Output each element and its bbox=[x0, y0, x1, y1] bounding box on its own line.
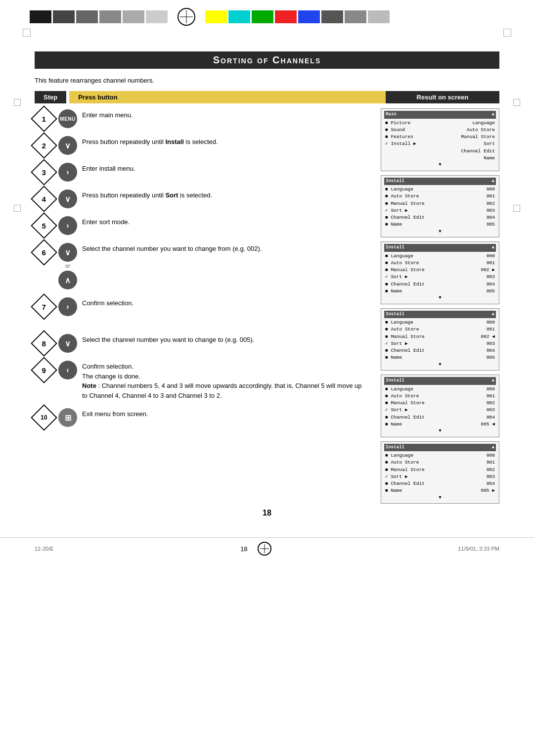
step-num-1: 1 bbox=[31, 105, 57, 132]
intro-text: This feature rearranges channel numbers. bbox=[35, 77, 499, 84]
down-button-4[interactable]: ∨ bbox=[58, 189, 77, 208]
tv-button-10[interactable]: ⊞ bbox=[58, 408, 77, 427]
right-button-7[interactable]: › bbox=[58, 297, 77, 316]
right-button-5[interactable]: › bbox=[58, 216, 77, 235]
step-5: 5 › Enter sort mode. bbox=[35, 215, 366, 235]
step-num-4: 4 bbox=[31, 186, 57, 212]
step-num-7: 7 bbox=[31, 293, 57, 320]
page-title: Sorting of Channels bbox=[35, 51, 499, 69]
screen-1: Main▲ ■ PictureLanguage ■ SoundAuto Stor… bbox=[381, 108, 499, 171]
step-7-text: Confirm selection. bbox=[82, 296, 366, 308]
up-button-6[interactable]: ∧ bbox=[58, 271, 77, 289]
step-8: 8 ∨ Select the channel number you want t… bbox=[35, 333, 366, 353]
step-2-text: Press button repeatedly until Install is… bbox=[82, 135, 366, 147]
step-1-text: Enter main menu. bbox=[82, 108, 366, 120]
step-4-text: Press button repeatedly until Sort is se… bbox=[82, 189, 366, 200]
margin-mark-top-left bbox=[14, 99, 21, 106]
step-10-text: Exit menu from screen. bbox=[82, 407, 366, 419]
margin-mark-top-right bbox=[513, 99, 520, 106]
header-press: Press button bbox=[69, 91, 386, 103]
header-result: Result on screen bbox=[386, 91, 499, 103]
screen-2: Install▲ ■ Language000 ■ Auto Store001 ■… bbox=[381, 175, 499, 238]
reg-mark-right bbox=[503, 29, 511, 37]
color-bar-left bbox=[30, 10, 168, 23]
step-num-3: 3 bbox=[31, 159, 57, 186]
step-2: 2 ∨ Press button repeatedly until Instal… bbox=[35, 135, 366, 155]
down-button-8[interactable]: ∨ bbox=[58, 334, 77, 353]
step-3-text: Enter install menu. bbox=[82, 162, 366, 174]
step-num-5: 5 bbox=[31, 212, 57, 239]
header-step: Step bbox=[35, 91, 66, 103]
step-6-text: Select the channel number you want to ch… bbox=[82, 242, 366, 254]
step-3: 3 › Enter install menu. bbox=[35, 162, 366, 182]
footer-right: 11/9/01, 3:33 PM bbox=[458, 546, 499, 552]
reg-mark-left bbox=[23, 29, 31, 37]
left-button-9[interactable]: ‹ bbox=[58, 361, 77, 379]
step-1: 1 MENU Enter main menu. bbox=[35, 108, 366, 128]
margin-mark-bottom-left bbox=[14, 205, 21, 212]
step-num-10: 10 bbox=[31, 404, 57, 431]
down-button-6[interactable]: ∨ bbox=[58, 243, 77, 262]
screen-6: Install▲ ■ Language000 ■ Auto Store001 ■… bbox=[381, 441, 499, 504]
step-5-text: Enter sort mode. bbox=[82, 215, 366, 227]
step-9: 9 ‹ Confirm selection. The change is don… bbox=[35, 360, 366, 400]
step-10: 10 ⊞ Exit menu from screen. bbox=[35, 407, 366, 427]
registration-crosshair bbox=[178, 8, 195, 26]
step-8-text: Select the channel number you want to ch… bbox=[82, 333, 366, 345]
step-4: 4 ∨ Press button repeatedly until Sort i… bbox=[35, 189, 366, 208]
down-button-2[interactable]: ∨ bbox=[58, 136, 77, 155]
footer-page-num: 18 bbox=[240, 545, 247, 553]
page-number-display: 18 bbox=[35, 509, 499, 518]
step-num-9: 9 bbox=[31, 357, 57, 383]
step-7: 7 › Confirm selection. bbox=[35, 296, 366, 316]
step-6: 6 ∨ or ∧ Select the channel number you w… bbox=[35, 242, 366, 289]
screen-5: Install▲ ■ Language000 ■ Auto Store001 ■… bbox=[381, 375, 499, 437]
screen-3: Install▲ ■ Language000 ■ Auto Store001 ■… bbox=[381, 241, 499, 304]
screen-4: Install▲ ■ Language000 ■ Auto Store001 ■… bbox=[381, 308, 499, 371]
color-bar-right bbox=[205, 10, 390, 23]
footer-crosshair bbox=[258, 542, 271, 556]
menu-button[interactable]: MENU bbox=[58, 109, 77, 128]
step-num-6: 6 bbox=[31, 239, 57, 266]
step-num-2: 2 bbox=[31, 132, 57, 159]
step-9-text: Confirm selection. The change is done. N… bbox=[82, 360, 366, 400]
margin-mark-bottom-right bbox=[513, 205, 520, 212]
or-label: or bbox=[65, 263, 70, 269]
right-button-3[interactable]: › bbox=[58, 163, 77, 182]
footer-left: 12-20/E bbox=[35, 546, 54, 552]
step-num-8: 8 bbox=[31, 330, 57, 357]
